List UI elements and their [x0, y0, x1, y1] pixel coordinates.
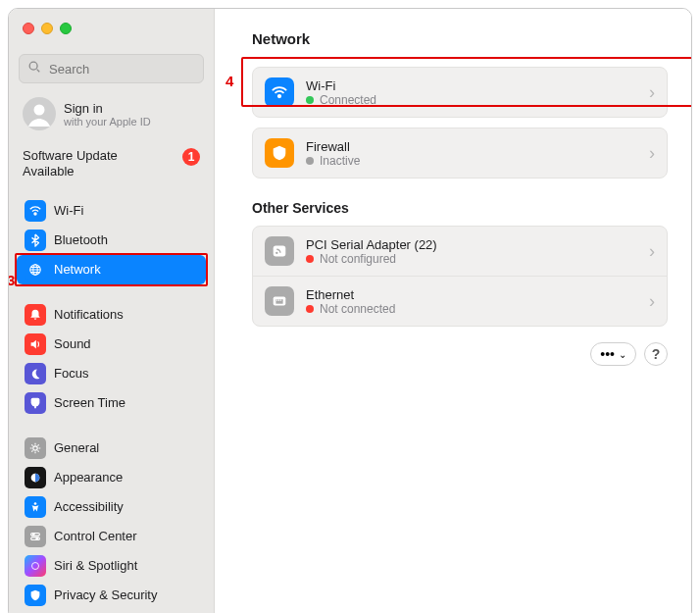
- sidebar-item-bluetooth[interactable]: Bluetooth: [17, 226, 206, 255]
- sidebar: Sign in with your Apple ID Software Upda…: [9, 9, 215, 613]
- search-icon: [27, 60, 41, 77]
- traffic-lights: [9, 9, 214, 50]
- service-status: Not configured: [320, 252, 396, 266]
- network-icon: [25, 259, 46, 281]
- sidebar-label: Notifications: [54, 307, 124, 322]
- sidebar-label: Control Center: [54, 529, 137, 543]
- close-window-button[interactable]: [23, 23, 34, 34]
- user-avatar-icon: [23, 97, 56, 130]
- other-services-panel: PCI Serial Adapter (22) Not configured ›…: [252, 226, 668, 327]
- sidebar-item-privacy[interactable]: Privacy & Security: [17, 581, 206, 610]
- sidebar-label: Bluetooth: [54, 232, 108, 247]
- sidebar-label: Privacy & Security: [54, 587, 157, 602]
- control-center-icon: [25, 526, 46, 547]
- svg-point-10: [34, 502, 37, 505]
- service-row-ethernet[interactable]: Ethernet Not connected ›: [253, 276, 667, 326]
- software-update-label: Software Update Available: [23, 148, 160, 180]
- sidebar-item-appearance[interactable]: Appearance: [17, 463, 206, 492]
- service-name: PCI Serial Adapter (22): [306, 237, 637, 252]
- more-label: •••: [600, 346, 615, 362]
- sign-in-subtitle: with your Apple ID: [64, 116, 151, 128]
- sidebar-label: Network: [54, 262, 101, 277]
- software-update-row[interactable]: Software Update Available 1: [9, 144, 214, 192]
- svg-point-14: [36, 537, 38, 539]
- sidebar-label: Screen Time: [54, 395, 125, 410]
- status-dot: [306, 157, 314, 165]
- sidebar-item-sound[interactable]: Sound: [17, 330, 206, 359]
- service-status: Not connected: [320, 302, 395, 316]
- update-badge: 1: [182, 148, 200, 166]
- screentime-icon: [25, 392, 46, 414]
- svg-point-13: [32, 533, 34, 535]
- sidebar-label: Sound: [54, 336, 91, 351]
- svg-point-4: [34, 213, 36, 215]
- highlight-sidebar-network: Network: [15, 253, 208, 286]
- sidebar-item-control-center[interactable]: Control Center: [17, 522, 206, 551]
- firewall-panel: Firewall Inactive ›: [252, 128, 668, 179]
- sidebar-label: Appearance: [54, 470, 123, 485]
- svg-line-1: [37, 70, 40, 73]
- sidebar-item-accessibility[interactable]: Accessibility: [17, 492, 206, 522]
- sound-icon: [25, 333, 46, 355]
- svg-rect-22: [278, 299, 279, 301]
- wifi-icon: [25, 200, 46, 222]
- annotation-sidebar: 3: [8, 272, 15, 288]
- other-services-label: Other Services: [252, 200, 668, 216]
- appearance-icon: [25, 467, 46, 488]
- firewall-service-icon: [265, 138, 294, 168]
- svg-point-3: [34, 105, 45, 116]
- sidebar-label: Siri & Spotlight: [54, 558, 137, 573]
- svg-point-8: [33, 445, 37, 449]
- sidebar-label: Wi-Fi: [54, 203, 83, 218]
- page-title: Network: [252, 30, 668, 47]
- highlight-wifi: [241, 57, 692, 107]
- sidebar-item-screentime[interactable]: Screen Time: [17, 388, 206, 418]
- service-row-pci[interactable]: PCI Serial Adapter (22) Not configured ›: [253, 227, 667, 276]
- privacy-icon: [25, 585, 46, 606]
- sign-in-title: Sign in: [64, 101, 151, 116]
- service-status: Inactive: [320, 154, 360, 168]
- chevron-right-icon: ›: [649, 241, 655, 262]
- search-field[interactable]: [19, 54, 204, 83]
- zoom-window-button[interactable]: [60, 23, 72, 34]
- svg-point-15: [32, 562, 39, 569]
- minimize-window-button[interactable]: [41, 23, 53, 34]
- chevron-right-icon: ›: [649, 143, 655, 164]
- status-dot: [306, 305, 314, 313]
- ethernet-service-icon: [265, 286, 294, 316]
- sidebar-item-notifications[interactable]: Notifications: [17, 300, 206, 330]
- chevron-right-icon: ›: [649, 291, 655, 312]
- sidebar-label: Accessibility: [54, 499, 124, 514]
- sidebar-item-siri[interactable]: Siri & Spotlight: [17, 551, 206, 581]
- sidebar-label: Focus: [54, 366, 88, 381]
- sidebar-label: General: [54, 440, 99, 455]
- annotation-main: 4: [225, 73, 233, 89]
- accessibility-icon: [25, 496, 46, 518]
- sidebar-item-focus[interactable]: Focus: [17, 359, 206, 388]
- bluetooth-icon: [25, 230, 46, 251]
- sign-in-row[interactable]: Sign in with your Apple ID: [9, 93, 214, 144]
- pci-service-icon: [265, 236, 294, 266]
- svg-point-18: [275, 252, 277, 254]
- svg-rect-7: [34, 405, 36, 408]
- more-actions-button[interactable]: ••• ⌄: [590, 342, 636, 366]
- service-name: Firewall: [306, 139, 637, 154]
- sidebar-item-network[interactable]: Network: [17, 255, 206, 284]
- siri-icon: [25, 555, 46, 577]
- svg-point-0: [29, 62, 37, 70]
- svg-rect-21: [276, 299, 277, 301]
- service-row-firewall[interactable]: Firewall Inactive ›: [253, 128, 667, 178]
- service-name: Ethernet: [306, 287, 637, 302]
- help-button[interactable]: ?: [644, 342, 668, 366]
- chevron-down-icon: ⌄: [619, 349, 626, 360]
- status-dot: [306, 255, 314, 263]
- svg-rect-23: [280, 299, 281, 301]
- general-icon: [25, 437, 46, 459]
- sidebar-item-general[interactable]: General: [17, 434, 206, 463]
- focus-icon: [25, 363, 46, 384]
- notifications-icon: [25, 304, 46, 326]
- sidebar-item-wifi[interactable]: Wi-Fi: [17, 196, 206, 226]
- search-input[interactable]: [47, 61, 215, 77]
